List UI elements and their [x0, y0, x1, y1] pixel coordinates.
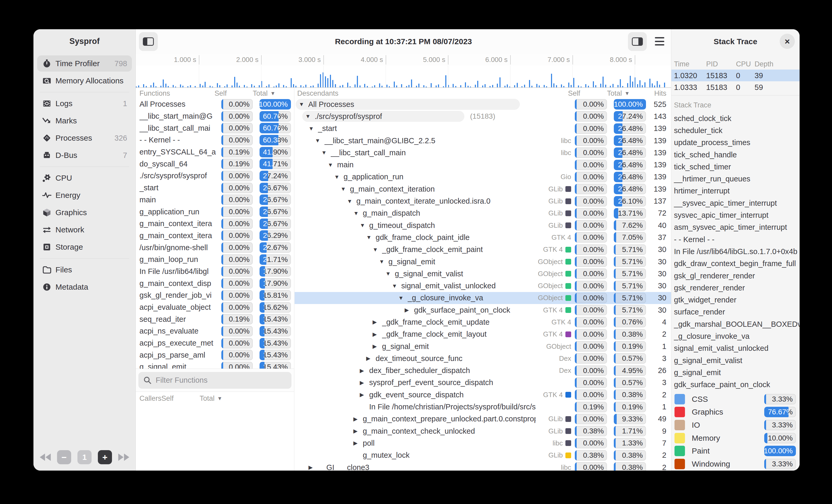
sidebar-item-time-profiler[interactable]: Time Profiler798 [37, 55, 132, 72]
stack-frame[interactable]: tick_sched_timer [671, 161, 800, 173]
descendant-row[interactable]: ▼signal_emit_valist_unlockedGObject0.00%… [294, 280, 671, 292]
stack-frame[interactable]: asm_sysvec_apic_timer_interrupt [671, 221, 800, 233]
function-row[interactable]: acpi_ns_evaluate0.00%0.00%15.43%15.43% [139, 325, 294, 337]
callers-self-header[interactable]: Self [161, 394, 193, 402]
stack-frame[interactable]: g_signal_emit_valist [671, 355, 800, 366]
function-row[interactable]: g_main_context_disp0.00%0.00%17.90%17.90… [139, 277, 294, 289]
stack-frame[interactable]: gtk_widget_render [671, 294, 800, 306]
menu-button[interactable] [654, 36, 665, 47]
timeline-ruler[interactable]: 1.000 s2.000 s3.000 s4.000 s5.000 s6.000… [136, 54, 671, 65]
stack-frame[interactable]: tick_sched_handle [671, 149, 800, 161]
function-row[interactable]: g_main_context_itera0.00%0.00%26.67%26.6… [139, 218, 294, 230]
expander-closed-icon[interactable]: ▶ [372, 319, 382, 325]
function-row[interactable]: All Processes0.00%0.00%100.00%100.00% [139, 98, 294, 110]
function-row[interactable]: In File /usr/lib64/libgl0.00%0.00%17.90%… [139, 265, 294, 278]
expander-closed-icon[interactable]: ▶ [360, 368, 369, 374]
expander-open-icon[interactable]: ▼ [305, 113, 315, 119]
function-row[interactable]: acpi_ps_parse_aml0.00%0.00%15.43%15.43% [139, 349, 294, 361]
expander-open-icon[interactable]: ▼ [385, 271, 395, 277]
function-row[interactable]: g_signal_emit0.00%0.00%15.43%15.43% [139, 361, 294, 369]
sidebar-item-metadata[interactable]: Metadata [37, 279, 132, 295]
zoom-out-button[interactable]: − [57, 450, 71, 464]
expander-open-icon[interactable]: ▼ [309, 125, 318, 132]
descendant-row[interactable]: ▶dex_timeout_source_funcDex0.00%0.00%0.5… [294, 353, 671, 364]
descendant-row[interactable]: ▼_g_closure_invoke_vaGObject0.00%0.00%5.… [294, 292, 671, 304]
sidebar-item-graphics[interactable]: Graphics [37, 204, 132, 221]
expander-closed-icon[interactable]: ▶ [366, 355, 376, 362]
expander-closed-icon[interactable]: ▶ [354, 440, 363, 446]
expander-open-icon[interactable]: ▼ [328, 162, 337, 168]
descendants-self-header[interactable]: Self [568, 89, 600, 97]
function-row[interactable]: acpi_evaluate_object0.00%0.00%15.62%15.6… [139, 301, 294, 313]
sidebar-item-cpu[interactable]: CPU [37, 170, 132, 186]
sidebar-item-storage[interactable]: Storage [37, 239, 132, 255]
expander-closed-icon[interactable]: ▶ [360, 380, 369, 386]
function-row[interactable]: g_main_loop_run0.00%0.00%21.71%21.71% [139, 254, 294, 265]
stack-frame[interactable]: __sysvec_apic_timer_interrupt [671, 197, 800, 209]
stack-frame[interactable]: __hrtimer_run_queues [671, 173, 800, 185]
function-row[interactable]: acpi_ps_execute_met0.00%0.00%15.43%15.43… [139, 337, 294, 349]
descendant-row[interactable]: ▶gdk_event_source_dispatchGTK 40.00%0.00… [294, 389, 671, 401]
sample-row[interactable]: 1.032015183039 [671, 69, 800, 81]
descendant-row[interactable]: ▼g_main_context_iterate_unlocked.isra.0G… [294, 195, 671, 207]
descendant-row[interactable]: ▼_gdk_frame_clock_emit_paintGTK 40.00%0.… [294, 244, 671, 256]
stack-frame[interactable]: surface_render [671, 306, 800, 318]
close-icon[interactable]: × [780, 34, 795, 49]
functions-total-header[interactable]: Total▼ [253, 89, 291, 97]
expander-open-icon[interactable]: ▼ [347, 198, 356, 204]
sidebar-item-energy[interactable]: Energy [37, 187, 132, 203]
function-row[interactable]: main0.00%0.00%26.67%26.67% [139, 194, 294, 206]
function-row[interactable]: g_application_run0.00%0.00%26.67%26.67% [139, 206, 294, 218]
expander-open-icon[interactable]: ▼ [321, 149, 331, 156]
expander-open-icon[interactable]: ▼ [341, 186, 350, 192]
pid-header[interactable]: PID [706, 60, 718, 68]
descendant-row[interactable]: ▼g_timeout_dispatchGLib0.00%0.00%7.62%7.… [294, 219, 671, 231]
stack-frame[interactable]: _gdk_marshal_BOOLEAN__BOXEDv [671, 318, 800, 330]
stack-frame[interactable]: scheduler_tick [671, 124, 800, 136]
expander-open-icon[interactable]: ▼ [372, 247, 382, 253]
page-number-button[interactable]: 1 [77, 450, 92, 464]
function-row[interactable]: __libc_start_main@G0.00%0.00%60.76%60.76… [139, 110, 294, 122]
descendant-row[interactable]: ▶__GI___clone3libc0.00%0.00%0.38%0.38%2 [294, 461, 671, 471]
descendant-row[interactable]: ▼__libc_start_call_mainlibc0.00%0.00%26.… [294, 147, 671, 159]
descendants-header[interactable]: Descendants [297, 89, 529, 97]
expander-open-icon[interactable]: ▼ [392, 283, 401, 289]
stack-frame[interactable]: signal_emit_valist_unlocked [671, 342, 800, 355]
sample-row[interactable]: 1.033315183059 [671, 81, 800, 93]
expander-open-icon[interactable]: ▼ [360, 222, 369, 228]
descendant-row[interactable]: ▶_gdk_frame_clock_emit_updateGTK 40.00%0… [294, 316, 671, 328]
descendant-row[interactable]: ▼gdk_frame_clock_paint_idleGTK 40.00%0.0… [294, 231, 671, 243]
sidebar-item-logs[interactable]: Logs1 [37, 95, 132, 112]
descendant-row[interactable]: ▶g_signal_emitGObject0.00%0.00%0.19%0.19… [294, 340, 671, 353]
expander-open-icon[interactable]: ▼ [354, 210, 363, 217]
expander-closed-icon[interactable]: ▶ [354, 428, 363, 434]
callers-header[interactable]: Callers [139, 394, 161, 402]
filter-functions-input[interactable]: Filter Functions [138, 372, 291, 389]
expander-open-icon[interactable]: ▼ [398, 295, 408, 301]
function-row[interactable]: _start0.00%0.00%26.67%26.67% [139, 182, 294, 194]
function-row[interactable]: - - Kernel - -0.00%0.00%60.38%60.38% [139, 134, 294, 146]
sidebar-item-files[interactable]: Files [37, 262, 132, 278]
callers-total-header[interactable]: Total▼ [200, 394, 238, 402]
zoom-in-button[interactable]: + [98, 450, 112, 464]
expander-open-icon[interactable]: ▼ [334, 174, 343, 180]
stack-frame[interactable]: In File /usr/lib64/libGL.so.1.7.0+0x4b [671, 246, 800, 257]
function-row[interactable]: gsk_gl_render_job_vi0.00%0.00%15.81%15.8… [139, 289, 294, 301]
descendant-row[interactable]: ▼g_main_context_iterationGLib0.00%0.00%2… [294, 183, 671, 195]
stack-frame[interactable]: _g_closure_invoke_va [671, 330, 800, 342]
descendant-row[interactable]: ▼./src/sysprof/sysprof(15183)0.00%0.00%2… [294, 110, 671, 122]
rewind-button[interactable] [40, 453, 51, 461]
descendants-total-header[interactable]: Total▼ [607, 89, 646, 97]
time-header[interactable]: Time [674, 60, 690, 68]
function-row[interactable]: seq_read_iter0.19%0.19%15.43%15.43% [139, 313, 294, 325]
descendant-row[interactable]: ▼All Processes0.00%0.00%100.00%100.00%52… [294, 98, 671, 110]
sidebar-item-network[interactable]: Network [37, 222, 132, 238]
stack-frame[interactable]: gsk_renderer_render [671, 282, 800, 294]
descendant-row[interactable]: ▶gdk_surface_paint_on_clockGTK 40.00%0.0… [294, 304, 671, 316]
descendant-row[interactable]: ▶polllibc0.00%0.00%1.33%1.33%7 [294, 437, 671, 449]
descendant-row[interactable]: ▼_start0.00%0.00%26.48%26.48%139 [294, 122, 671, 135]
function-row[interactable]: g_main_context_itera0.00%0.00%26.29%26.2… [139, 230, 294, 242]
timeline-activity-chart[interactable] [136, 65, 671, 88]
expander-open-icon[interactable]: ▼ [315, 138, 324, 144]
descendant-row[interactable]: ▶g_main_context_check_unlockedGLib0.38%0… [294, 425, 671, 437]
